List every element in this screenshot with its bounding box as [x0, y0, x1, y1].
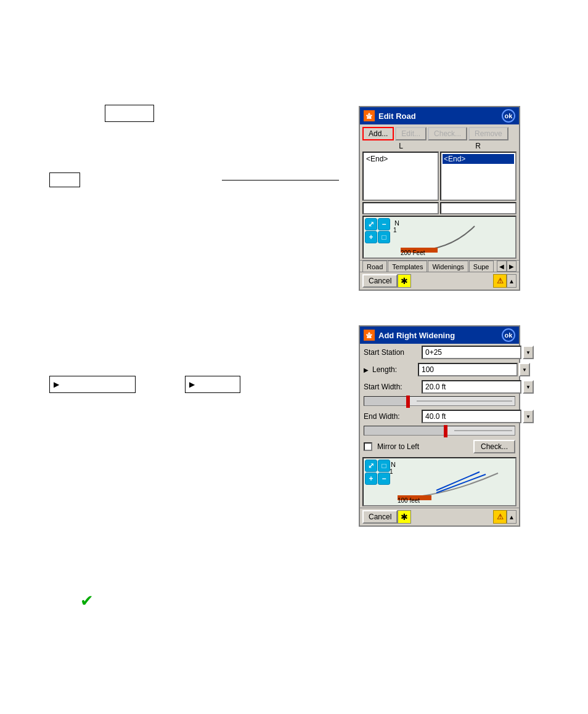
zoom-fit-button[interactable]: ⤢ — [365, 218, 377, 230]
start-width-row: Start Width: ▼ — [360, 378, 519, 396]
zoom-minus-button[interactable]: − — [378, 218, 390, 230]
end-width-dropdown[interactable]: ▼ — [523, 410, 534, 423]
titlebar-left: 🛣 Edit Road — [364, 110, 416, 121]
tab-road[interactable]: Road — [362, 261, 387, 272]
edit-button[interactable]: Edit... — [395, 127, 427, 140]
zoom-controls-edit: ⤢ − + □ — [364, 217, 391, 245]
scale-text-edit: 200 Feet — [401, 249, 425, 256]
arrow-icon1: ▶ — [54, 380, 59, 389]
add-widening-titlebar: 🛣 Add Right Widening ok — [360, 327, 519, 344]
widening-titlebar-left: 🛣 Add Right Widening — [364, 330, 455, 341]
add-widening-ok-button[interactable]: ok — [502, 328, 515, 342]
end-width-input[interactable] — [422, 410, 521, 423]
green-checkmark: ✔ — [80, 591, 97, 609]
zoom-plus-button[interactable]: + — [365, 231, 377, 243]
start-station-row: Start Station ▼ — [360, 344, 519, 361]
mirror-label: Mirror to Left — [377, 442, 419, 451]
arrow-box2[interactable]: ▶ — [185, 376, 240, 393]
add-button[interactable]: Add... — [362, 127, 394, 140]
lr-header: L R — [360, 142, 519, 150]
right-list[interactable]: <End> — [440, 152, 517, 201]
end-width-value-box: ▼ — [422, 410, 534, 423]
zoom-row-bottom: + □ — [365, 231, 390, 243]
start-station-label: Start Station — [364, 348, 419, 357]
left-input[interactable] — [362, 202, 439, 214]
tab-templates[interactable]: Templates — [388, 261, 427, 272]
zoom-row-top: ⤢ − — [365, 218, 390, 230]
asterisk-button-w[interactable]: ✱ — [398, 510, 411, 524]
scale-1-label-w: 1 — [390, 468, 393, 475]
start-width-slider-row — [360, 396, 519, 408]
start-width-input[interactable] — [422, 380, 521, 394]
right-header: R — [439, 142, 517, 150]
zoom-minus-button-w[interactable]: − — [378, 473, 390, 485]
scale-text-w: 100 feet — [398, 497, 420, 504]
end-width-slider-thumb[interactable] — [444, 425, 447, 437]
start-width-slider-thumb[interactable] — [406, 396, 410, 408]
tab-superelevation[interactable]: Supe — [469, 261, 494, 272]
zoom-row-bottom-w: + − — [365, 473, 390, 485]
warning-icon-w: ⚠ — [493, 510, 507, 524]
start-width-slider-line — [417, 400, 512, 402]
zoom-square-button[interactable]: □ — [378, 231, 390, 243]
length-row: ▶ Length: ▼ — [360, 361, 519, 378]
zoom-fit-button-w[interactable]: ⤢ — [365, 460, 377, 472]
edit-road-ok-button[interactable]: ok — [502, 109, 515, 123]
scroll-up-w[interactable]: ▲ — [507, 510, 517, 524]
add-widening-cancel-button[interactable]: Cancel — [362, 510, 398, 524]
end-width-label: End Width: — [364, 412, 419, 421]
edit-road-title: Edit Road — [378, 112, 416, 121]
start-station-dropdown[interactable]: ▼ — [523, 346, 534, 359]
widening-check-button[interactable]: Check... — [473, 440, 515, 453]
right-input[interactable] — [440, 202, 517, 214]
zoom-controls-widening: ⤢ □ + − — [364, 458, 391, 486]
start-width-slider-fill — [364, 397, 409, 405]
widening-icon: 🛣 — [364, 330, 375, 341]
length-label: Length: — [372, 365, 415, 374]
remove-button[interactable]: Remove — [468, 127, 508, 140]
end-width-slider-line — [454, 430, 512, 431]
edit-road-preview: ⤢ − + □ N 1 200 Feet — [362, 216, 517, 259]
start-station-input[interactable] — [422, 346, 521, 359]
end-width-slider-row — [360, 425, 519, 437]
arrow-box1[interactable]: ▶ — [49, 376, 136, 393]
check-button[interactable]: Check... — [428, 127, 467, 140]
left-list[interactable]: <End> — [362, 152, 439, 201]
mirror-checkbox[interactable] — [364, 442, 372, 451]
edit-road-toolbar: Add... Edit... Check... Remove — [360, 124, 519, 142]
end-width-row: End Width: ▼ — [360, 408, 519, 425]
length-value-box: ▼ — [418, 363, 530, 376]
start-width-slider[interactable] — [364, 396, 515, 406]
input-row — [362, 202, 517, 214]
tab-arrows: ◀ ▶ — [497, 261, 517, 272]
north-label-edit: N — [394, 219, 399, 227]
zoom-square-button-w[interactable]: □ — [378, 460, 390, 472]
start-width-dropdown[interactable]: ▼ — [523, 380, 534, 394]
left-list-item: <End> — [365, 154, 436, 164]
zoom-plus-button-w[interactable]: + — [365, 473, 377, 485]
tab-prev-button[interactable]: ◀ — [497, 261, 507, 272]
left-header: L — [362, 142, 439, 150]
end-width-slider[interactable] — [364, 426, 515, 436]
edit-road-titlebar: 🛣 Edit Road ok — [360, 107, 519, 124]
length-dropdown[interactable]: ▼ — [519, 363, 530, 376]
asterisk-button-edit[interactable]: ✱ — [398, 274, 411, 288]
add-widening-preview: ⤢ □ + − N 1 100 feet — [362, 457, 517, 506]
edit-road-cancel-button[interactable]: Cancel — [362, 274, 398, 288]
warning-icon-edit: ⚠ — [493, 274, 507, 288]
north-label-w: N — [391, 461, 396, 468]
background-line — [222, 180, 339, 181]
tab-next-button[interactable]: ▶ — [507, 261, 517, 272]
add-widening-cancel-row: Cancel ✱ ⚠ ▲ — [360, 508, 519, 525]
length-input[interactable] — [418, 363, 518, 376]
edit-road-panel: 🛣 Edit Road ok Add... Edit... Check... R… — [359, 106, 520, 291]
tab-widenings[interactable]: Widenings — [428, 261, 468, 272]
zoom-row-top-w: ⤢ □ — [365, 460, 390, 472]
background-box2 — [49, 172, 80, 187]
add-widening-panel: 🛣 Add Right Widening ok Start Station ▼ … — [359, 325, 520, 527]
start-width-value-box: ▼ — [422, 380, 534, 394]
scroll-up-edit[interactable]: ▲ — [507, 274, 517, 288]
arrow-icon2: ▶ — [189, 380, 195, 389]
scale-1-label-edit: 1 — [393, 227, 397, 233]
road-icon: 🛣 — [364, 110, 375, 121]
